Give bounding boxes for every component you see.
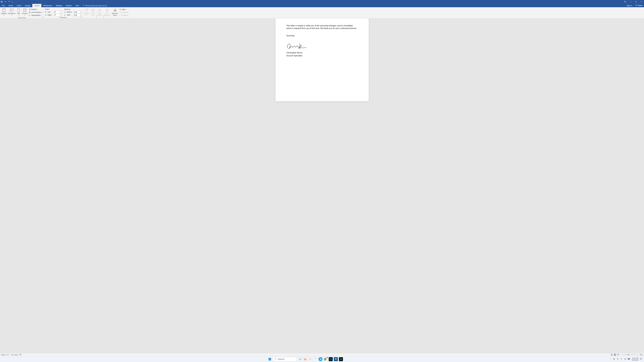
indent-left-input[interactable] xyxy=(54,11,60,13)
paragraph-launcher-icon[interactable]: ⬊ xyxy=(81,16,82,18)
telegram-icon[interactable] xyxy=(318,357,322,361)
spin-down-icon[interactable]: ▼ xyxy=(80,12,82,13)
tab-home[interactable]: Home xyxy=(6,4,15,7)
orientation-button[interactable]: Orientation ▾ xyxy=(8,8,16,16)
group-objects-button[interactable]: Group ▾ xyxy=(119,11,128,14)
taskbar-search[interactable]: Search xyxy=(273,357,297,361)
size-icon xyxy=(16,8,21,12)
chevron-down-icon: ▾ xyxy=(96,16,97,18)
tab-file[interactable]: File xyxy=(0,4,6,7)
redo-icon[interactable] xyxy=(8,1,10,3)
signature-title[interactable]: Account Specialist xyxy=(286,54,358,57)
minimize-icon[interactable] xyxy=(630,1,632,3)
notifications-icon[interactable] xyxy=(640,358,642,361)
volume-icon[interactable] xyxy=(624,358,626,360)
print-layout-button[interactable] xyxy=(614,354,616,356)
sign-in-button[interactable]: Sign in xyxy=(625,4,634,7)
tell-me-search[interactable]: Tell me what you want to do... xyxy=(81,4,109,7)
read-mode-button[interactable] xyxy=(610,354,613,356)
chrome-icon[interactable] xyxy=(324,357,328,361)
line-numbers-button[interactable]: Line Numbers ▾ xyxy=(29,11,43,14)
chevron-down-icon: ▾ xyxy=(86,14,87,16)
align-button[interactable]: Align ▾ xyxy=(119,8,128,11)
filmora-icon[interactable] xyxy=(339,357,343,361)
snipping-tool-icon[interactable] xyxy=(303,357,307,361)
tray-overflow-icon[interactable] xyxy=(610,358,612,360)
spacing-before-label: Before: xyxy=(67,11,73,13)
tab-mailings[interactable]: Mailings xyxy=(54,4,64,7)
wrap-text-button[interactable]: Wrap Text xyxy=(90,8,96,16)
collapse-ribbon-icon[interactable]: ⌃ xyxy=(642,16,643,18)
word-icon[interactable]: W xyxy=(334,357,338,361)
signature-name[interactable]: Christopher Morris xyxy=(286,52,358,54)
tab-design[interactable]: Design xyxy=(23,4,32,7)
zoom-slider[interactable] xyxy=(623,355,636,355)
spelling-icon[interactable] xyxy=(19,354,22,356)
maximize-icon[interactable] xyxy=(635,1,637,3)
tab-insert[interactable]: Insert xyxy=(15,4,23,7)
zoom-percentage[interactable]: 90% xyxy=(640,354,643,356)
spin-up-icon[interactable]: ▲ xyxy=(60,11,62,12)
position-button[interactable]: Position ▾ xyxy=(84,8,90,16)
share-button[interactable]: Share xyxy=(634,3,644,7)
indent-right-spinner[interactable]: ▲▼ xyxy=(54,14,62,16)
ribbon-display-options-icon[interactable] xyxy=(624,1,626,3)
bing-icon[interactable] xyxy=(298,357,302,361)
spacing-after-spinner[interactable]: ▲▼ xyxy=(74,14,82,16)
send-backward-button[interactable]: Send Backward ▾ xyxy=(104,8,111,18)
indent-left-spinner[interactable]: ▲▼ xyxy=(54,11,62,13)
battery-icon[interactable] xyxy=(628,358,630,360)
tab-layout[interactable]: Layout xyxy=(32,4,41,7)
wifi-icon[interactable] xyxy=(620,358,622,360)
save-icon[interactable] xyxy=(1,1,3,3)
rotate-icon xyxy=(119,14,121,16)
spin-up-icon[interactable]: ▲ xyxy=(60,14,62,15)
svg-rect-63 xyxy=(270,358,271,359)
columns-button[interactable]: Columns ▾ xyxy=(22,8,28,16)
word-count[interactable]: 131 words xyxy=(11,354,18,356)
size-button[interactable]: Size ▾ xyxy=(16,8,21,16)
microphone-icon[interactable] xyxy=(617,358,619,361)
spin-up-icon[interactable]: ▲ xyxy=(80,14,82,15)
svg-point-79 xyxy=(325,359,326,360)
tab-review[interactable]: Review xyxy=(64,4,74,7)
web-layout-button[interactable] xyxy=(617,354,620,356)
close-icon[interactable] xyxy=(640,1,642,3)
zoom-out-button[interactable]: − xyxy=(621,354,622,356)
tab-view[interactable]: View xyxy=(74,4,81,7)
undo-icon[interactable] xyxy=(4,1,6,3)
start-button[interactable] xyxy=(268,357,272,361)
qat-customize-icon[interactable]: ▾ xyxy=(12,1,12,3)
signature-image[interactable] xyxy=(286,42,358,50)
zoom-in-button[interactable]: + xyxy=(637,354,638,356)
spin-up-icon[interactable]: ▲ xyxy=(80,11,82,12)
document-paragraph[interactable]: This letter is simply to notify you of t… xyxy=(286,24,358,30)
tab-references[interactable]: References xyxy=(41,4,54,7)
page-setup-launcher-icon[interactable]: ⬊ xyxy=(42,16,43,18)
indent-right-icon xyxy=(45,14,47,16)
margins-button[interactable]: Margins ▾ xyxy=(1,8,7,16)
rotate-button[interactable]: Rotate ▾ xyxy=(119,14,128,17)
group-arrange: Position ▾ Wrap Text Bring Forward ▾ Sen… xyxy=(83,7,129,18)
spin-down-icon[interactable]: ▼ xyxy=(80,15,82,16)
spacing-before-spinner[interactable]: ▲▼ xyxy=(74,11,82,13)
ribbon-tabs: File Home Insert Design Layout Reference… xyxy=(0,4,644,7)
document-closing[interactable]: Sincerely, xyxy=(286,34,358,37)
selection-pane-button[interactable]: Selection Pane xyxy=(112,8,118,16)
spin-down-icon[interactable]: ▼ xyxy=(60,15,62,16)
document-workspace[interactable]: This letter is simply to notify you of t… xyxy=(0,18,644,353)
file-explorer-icon[interactable] xyxy=(308,357,312,361)
spin-down-icon[interactable]: ▼ xyxy=(60,12,62,13)
spacing-after-input[interactable] xyxy=(74,14,80,16)
notepad-icon[interactable] xyxy=(314,357,318,361)
photoshop-icon[interactable]: Ps xyxy=(329,357,333,361)
breaks-button[interactable]: Breaks ▾ xyxy=(29,8,43,11)
spacing-before-input[interactable] xyxy=(74,11,80,13)
bring-forward-button[interactable]: Bring Forward ▾ xyxy=(96,8,103,18)
page-indicator[interactable]: Page 1 of 1 xyxy=(1,354,9,356)
indent-right-input[interactable] xyxy=(54,14,60,16)
security-icon[interactable] xyxy=(613,358,615,361)
clock[interactable]: 10:57 PM 5/23/2023 xyxy=(632,358,638,361)
document-page[interactable]: This letter is simply to notify you of t… xyxy=(276,18,369,101)
hyphenation-button[interactable]: bc- Hyphenation ▾ xyxy=(29,14,43,17)
